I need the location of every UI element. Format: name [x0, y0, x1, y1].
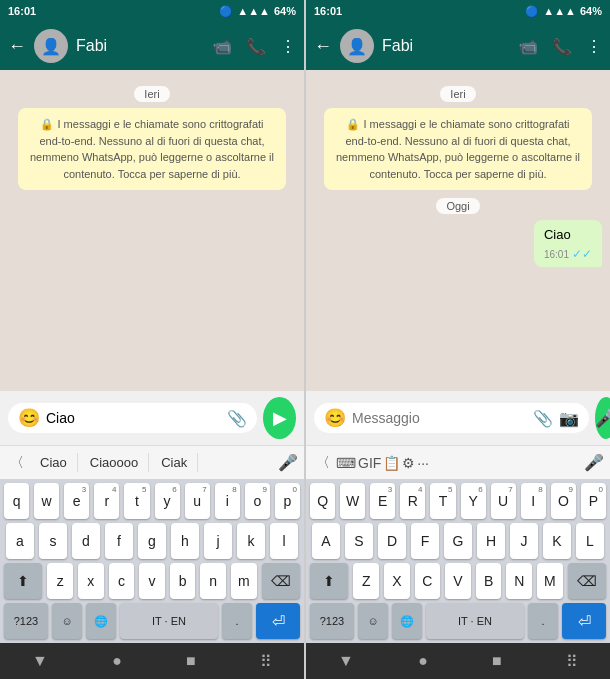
key-g[interactable]: g: [138, 523, 166, 559]
dot-key-left[interactable]: .: [222, 603, 252, 639]
key-n[interactable]: n: [200, 563, 226, 599]
system-message-left[interactable]: 🔒 I messaggi e le chiamate sono crittogr…: [18, 108, 286, 190]
key-W[interactable]: W: [340, 483, 365, 519]
key-f[interactable]: f: [105, 523, 133, 559]
backspace-key-right[interactable]: ⌫: [568, 563, 606, 599]
globe-key-right[interactable]: 🌐: [392, 603, 422, 639]
nav-home-right[interactable]: ●: [418, 652, 428, 670]
key-z[interactable]: z: [47, 563, 73, 599]
autocomplete-word-3[interactable]: Ciak: [151, 453, 198, 472]
camera-button-right[interactable]: 📷: [559, 409, 579, 428]
keyboard-icon[interactable]: ⌨: [336, 455, 356, 471]
key-Y[interactable]: Y6: [461, 483, 486, 519]
clipboard-icon[interactable]: 📋: [383, 455, 400, 471]
sym-key-right[interactable]: ?123: [310, 603, 354, 639]
key-U[interactable]: U7: [491, 483, 516, 519]
settings-icon[interactable]: ⚙: [402, 455, 415, 471]
key-L[interactable]: L: [576, 523, 604, 559]
contact-name-right[interactable]: Fabi: [382, 37, 510, 55]
back-button-right[interactable]: ←: [314, 36, 332, 57]
nav-kbd-left[interactable]: ⠿: [260, 652, 272, 671]
key-w[interactable]: w: [34, 483, 59, 519]
key-b[interactable]: b: [170, 563, 196, 599]
video-call-icon-right[interactable]: 📹: [518, 37, 538, 56]
key-v[interactable]: v: [139, 563, 165, 599]
nav-back-left[interactable]: ▼: [32, 652, 48, 670]
video-call-icon-left[interactable]: 📹: [212, 37, 232, 56]
emoji-button-right[interactable]: 😊: [324, 407, 346, 429]
message-input-right[interactable]: [352, 410, 527, 426]
nav-recent-left[interactable]: ■: [186, 652, 196, 670]
key-m[interactable]: m: [231, 563, 257, 599]
autocomplete-word-1[interactable]: Ciao: [30, 453, 78, 472]
key-I[interactable]: I8: [521, 483, 546, 519]
nav-kbd-right[interactable]: ⠿: [566, 652, 578, 671]
shift-key-right[interactable]: ⬆: [310, 563, 348, 599]
key-T[interactable]: T5: [430, 483, 455, 519]
key-C[interactable]: C: [415, 563, 441, 599]
enter-key-right[interactable]: ⏎: [562, 603, 606, 639]
send-button-left[interactable]: ▶: [263, 397, 296, 439]
emoji-key-right[interactable]: ☺: [358, 603, 388, 639]
key-F[interactable]: F: [411, 523, 439, 559]
emoji-key-left[interactable]: ☺: [52, 603, 82, 639]
call-icon-left[interactable]: 📞: [246, 37, 266, 56]
key-P[interactable]: P0: [581, 483, 606, 519]
key-s[interactable]: s: [39, 523, 67, 559]
key-X[interactable]: X: [384, 563, 410, 599]
key-c[interactable]: c: [109, 563, 135, 599]
key-q[interactable]: q: [4, 483, 29, 519]
nav-recent-right[interactable]: ■: [492, 652, 502, 670]
gif-icon[interactable]: GIF: [358, 455, 381, 471]
attach-button-right[interactable]: 📎: [533, 409, 553, 428]
key-O[interactable]: O9: [551, 483, 576, 519]
more-icon[interactable]: ···: [417, 455, 429, 471]
key-J[interactable]: J: [510, 523, 538, 559]
key-Q[interactable]: Q: [310, 483, 335, 519]
key-N[interactable]: N: [506, 563, 532, 599]
key-Z[interactable]: Z: [353, 563, 379, 599]
lang-key-left[interactable]: IT · EN: [120, 603, 218, 639]
backspace-key-left[interactable]: ⌫: [262, 563, 300, 599]
key-r[interactable]: r4: [94, 483, 119, 519]
message-input-left[interactable]: [46, 410, 221, 426]
key-H[interactable]: H: [477, 523, 505, 559]
system-message-right[interactable]: 🔒 I messaggi e le chiamate sono crittogr…: [324, 108, 592, 190]
chevron-left-icon[interactable]: 〈: [6, 452, 28, 474]
key-A[interactable]: A: [312, 523, 340, 559]
key-R[interactable]: R4: [400, 483, 425, 519]
contact-name-left[interactable]: Fabi: [76, 37, 204, 55]
shift-key-left[interactable]: ⬆: [4, 563, 42, 599]
call-icon-right[interactable]: 📞: [552, 37, 572, 56]
key-j[interactable]: j: [204, 523, 232, 559]
key-o[interactable]: o9: [245, 483, 270, 519]
key-d[interactable]: d: [72, 523, 100, 559]
emoji-button-left[interactable]: 😊: [18, 407, 40, 429]
enter-key-left[interactable]: ⏎: [256, 603, 300, 639]
key-E[interactable]: E3: [370, 483, 395, 519]
key-K[interactable]: K: [543, 523, 571, 559]
key-B[interactable]: B: [476, 563, 502, 599]
key-i[interactable]: i8: [215, 483, 240, 519]
key-V[interactable]: V: [445, 563, 471, 599]
key-t[interactable]: t5: [124, 483, 149, 519]
nav-home-left[interactable]: ●: [112, 652, 122, 670]
key-y[interactable]: y6: [155, 483, 180, 519]
key-M[interactable]: M: [537, 563, 563, 599]
key-G[interactable]: G: [444, 523, 472, 559]
key-S[interactable]: S: [345, 523, 373, 559]
key-l[interactable]: l: [270, 523, 298, 559]
key-p[interactable]: p0: [275, 483, 300, 519]
menu-icon-left[interactable]: ⋮: [280, 37, 296, 56]
key-e[interactable]: e3: [64, 483, 89, 519]
back-button-left[interactable]: ←: [8, 36, 26, 57]
chevron-right-icon[interactable]: 〈: [312, 452, 334, 474]
lang-key-right[interactable]: IT · EN: [426, 603, 524, 639]
key-D[interactable]: D: [378, 523, 406, 559]
attach-button-left[interactable]: 📎: [227, 409, 247, 428]
dot-key-right[interactable]: .: [528, 603, 558, 639]
mic-autocomplete-icon-right[interactable]: 🎤: [584, 453, 604, 472]
mic-button-right[interactable]: 🎤: [595, 397, 610, 439]
key-u[interactable]: u7: [185, 483, 210, 519]
sym-key-left[interactable]: ?123: [4, 603, 48, 639]
